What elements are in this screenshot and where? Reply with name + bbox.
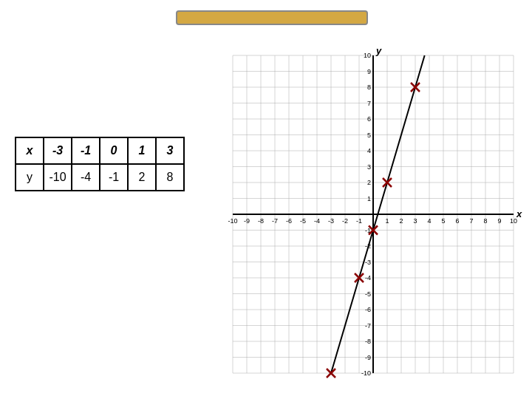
table-value-cell: -10 (44, 164, 72, 191)
table-value-cell: y (16, 164, 44, 191)
table-header-cell: 0 (100, 137, 128, 164)
table-header-cell: -1 (72, 137, 100, 164)
table-value-cell: -4 (72, 164, 100, 191)
table-header-cell: 3 (156, 137, 184, 164)
table-value-cell: 2 (128, 164, 156, 191)
table-header-cell: -3 (44, 137, 72, 164)
table-header-cell: x (16, 137, 44, 164)
table-header-cell: 1 (128, 137, 156, 164)
table-value-cell: -1 (100, 164, 128, 191)
table-value-cell: 8 (156, 164, 184, 191)
graph-area (203, 44, 528, 395)
value-table: x-3-1013 y-10-4-128 (15, 137, 185, 191)
page-title (176, 10, 368, 25)
